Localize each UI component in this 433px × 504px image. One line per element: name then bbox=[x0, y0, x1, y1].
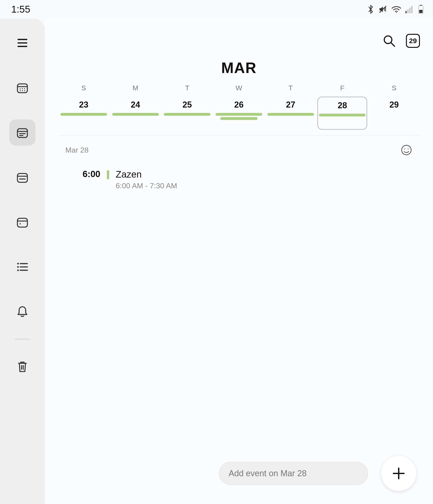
day-name: T bbox=[289, 84, 293, 92]
event-time: 6:00 bbox=[65, 169, 100, 179]
day-cell[interactable]: 27 bbox=[266, 97, 316, 130]
event-body: Zazen 6:00 AM - 7:30 AM bbox=[116, 169, 177, 190]
event-indicator bbox=[220, 117, 258, 120]
day-cell[interactable]: 23 bbox=[59, 97, 109, 130]
svg-rect-5 bbox=[411, 6, 413, 13]
event-indicator bbox=[319, 114, 366, 117]
menu-button[interactable] bbox=[9, 30, 36, 56]
event-indicator bbox=[267, 113, 314, 116]
svg-point-18 bbox=[22, 90, 23, 91]
svg-rect-12 bbox=[18, 84, 27, 93]
svg-rect-2 bbox=[406, 11, 407, 13]
day-name: W bbox=[236, 84, 242, 92]
day-column[interactable]: S29 bbox=[368, 84, 420, 130]
event-indicator bbox=[112, 113, 159, 116]
trash-icon[interactable] bbox=[9, 353, 36, 380]
event-title: Zazen bbox=[116, 169, 177, 180]
list-view-icon[interactable] bbox=[9, 254, 36, 280]
day-column[interactable]: M24 bbox=[110, 84, 162, 130]
month-heading: MAR bbox=[45, 59, 433, 77]
event-indicator-group bbox=[266, 113, 316, 116]
day-cell[interactable]: 24 bbox=[111, 97, 161, 130]
event-indicator bbox=[60, 113, 107, 116]
svg-rect-20 bbox=[18, 129, 27, 137]
svg-rect-3 bbox=[407, 9, 408, 13]
day-view-icon[interactable] bbox=[9, 209, 36, 235]
day-header: Mar 28 bbox=[45, 135, 433, 156]
svg-point-30 bbox=[18, 263, 18, 264]
bluetooth-icon bbox=[367, 4, 374, 14]
sidebar bbox=[0, 19, 45, 504]
svg-point-16 bbox=[24, 89, 25, 89]
event-indicator-group bbox=[214, 113, 264, 120]
day-header-label: Mar 28 bbox=[65, 146, 89, 154]
day-name: S bbox=[392, 84, 396, 92]
week-view-icon[interactable] bbox=[9, 119, 36, 146]
svg-point-14 bbox=[20, 89, 20, 89]
day-number: 25 bbox=[182, 100, 192, 110]
svg-rect-4 bbox=[409, 8, 411, 13]
day-column[interactable]: W26 bbox=[213, 84, 265, 130]
event-indicator-group bbox=[318, 114, 367, 117]
event-item[interactable]: 6:00 Zazen 6:00 AM - 7:30 AM bbox=[45, 156, 433, 190]
day-cell[interactable]: 25 bbox=[162, 97, 212, 130]
wifi-icon bbox=[391, 5, 401, 13]
main-content: 29 MAR S23M24T25W26T27F28S29 Mar 28 6:00… bbox=[45, 19, 433, 504]
event-indicator-group bbox=[111, 113, 161, 116]
day-number: 24 bbox=[131, 100, 140, 110]
status-time: 1:55 bbox=[11, 4, 30, 15]
bottom-bar bbox=[45, 456, 433, 491]
day-name: F bbox=[340, 84, 344, 92]
event-indicator bbox=[216, 113, 262, 116]
svg-rect-8 bbox=[419, 10, 423, 13]
event-subtitle: 6:00 AM - 7:30 AM bbox=[116, 181, 177, 190]
main-toolbar: 29 bbox=[45, 19, 433, 54]
day-cell[interactable]: 26 bbox=[214, 97, 264, 130]
event-indicator bbox=[164, 113, 210, 116]
event-color-stripe bbox=[107, 170, 109, 180]
signal-icon bbox=[406, 5, 414, 13]
day-name: M bbox=[133, 84, 138, 92]
day-number: 27 bbox=[286, 100, 295, 110]
add-event-input[interactable] bbox=[219, 462, 368, 485]
week-row: S23M24T25W26T27F28S29 bbox=[45, 77, 433, 130]
day-name: T bbox=[185, 84, 189, 92]
day-column[interactable]: T27 bbox=[265, 84, 316, 130]
month-view-icon[interactable] bbox=[9, 75, 36, 101]
status-bar: 1:55 bbox=[0, 0, 433, 19]
svg-point-40 bbox=[402, 145, 411, 155]
day-name: S bbox=[81, 84, 86, 92]
svg-point-32 bbox=[18, 267, 18, 267]
svg-point-29 bbox=[20, 223, 21, 224]
event-indicator-group bbox=[59, 113, 109, 116]
day-number: 28 bbox=[338, 100, 347, 110]
svg-point-15 bbox=[22, 89, 23, 89]
svg-point-42 bbox=[407, 148, 408, 149]
svg-rect-27 bbox=[18, 218, 27, 227]
day-column[interactable]: T25 bbox=[161, 84, 213, 130]
svg-point-19 bbox=[24, 90, 25, 91]
day-column[interactable]: F28 bbox=[316, 84, 368, 130]
svg-point-41 bbox=[404, 148, 405, 149]
day-number: 29 bbox=[389, 100, 399, 110]
three-day-view-icon[interactable] bbox=[9, 164, 36, 190]
search-button[interactable] bbox=[382, 33, 397, 48]
svg-point-17 bbox=[20, 90, 20, 91]
day-cell[interactable]: 29 bbox=[369, 97, 419, 130]
battery-icon bbox=[418, 5, 424, 14]
today-number: 29 bbox=[409, 37, 417, 45]
svg-rect-24 bbox=[18, 173, 27, 182]
add-event-fab[interactable] bbox=[381, 456, 416, 491]
event-indicator-group bbox=[162, 113, 212, 116]
day-number: 26 bbox=[234, 100, 244, 110]
reminders-icon[interactable] bbox=[9, 299, 36, 325]
svg-point-34 bbox=[18, 270, 18, 270]
day-column[interactable]: S23 bbox=[58, 84, 110, 130]
svg-line-39 bbox=[391, 43, 395, 46]
sidebar-divider bbox=[15, 339, 29, 340]
day-number: 23 bbox=[79, 100, 88, 110]
add-sticker-button[interactable] bbox=[400, 144, 413, 156]
today-button[interactable]: 29 bbox=[406, 34, 420, 48]
day-cell-selected[interactable]: 28 bbox=[317, 97, 367, 130]
mute-vibrate-icon bbox=[379, 5, 387, 14]
